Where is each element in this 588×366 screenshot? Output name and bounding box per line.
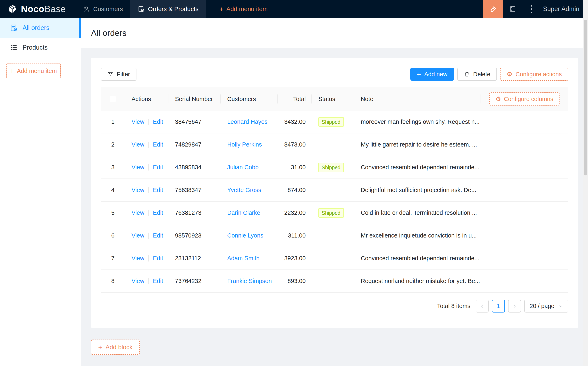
next-page-button[interactable] bbox=[508, 300, 521, 313]
link-divider bbox=[148, 187, 149, 193]
edit-link[interactable]: Edit bbox=[153, 187, 163, 193]
view-link[interactable]: View bbox=[132, 187, 144, 193]
add-block-button[interactable]: + Add block bbox=[91, 340, 140, 355]
customer-link[interactable]: Connie Lyons bbox=[227, 232, 263, 239]
status-badge: Shipped bbox=[318, 163, 344, 172]
orders-table-block: Filter + Add new Delete bbox=[91, 58, 578, 328]
edit-link[interactable]: Edit bbox=[153, 209, 163, 216]
table-row[interactable]: 1 View Edit 38475647 Leonard Hayes 3432.… bbox=[101, 111, 568, 133]
add-new-button[interactable]: + Add new bbox=[410, 68, 454, 81]
edit-link[interactable]: Edit bbox=[153, 232, 163, 239]
customer-link[interactable]: Adam Smith bbox=[227, 255, 260, 262]
content-area: Filter + Add new Delete bbox=[81, 48, 588, 355]
chevron-down-icon bbox=[558, 304, 563, 308]
link-divider bbox=[148, 142, 149, 148]
table-row[interactable]: 2 View Edit 74829847 Holly Perkins 8473.… bbox=[101, 133, 568, 156]
table-row[interactable]: 8 View Edit 73764232 Frankie Simpson 893… bbox=[101, 270, 568, 293]
database-button[interactable] bbox=[503, 0, 522, 18]
view-link[interactable]: View bbox=[132, 209, 144, 216]
configure-columns-button[interactable]: ⚙ Configure columns bbox=[489, 92, 559, 106]
select-all-checkbox[interactable] bbox=[110, 96, 116, 102]
row-index: 5 bbox=[111, 209, 114, 216]
top-header: NocoBase Customers Orders & Products + A… bbox=[0, 0, 588, 18]
view-link[interactable]: View bbox=[132, 278, 144, 284]
page-title: All orders bbox=[91, 28, 126, 38]
nocobase-logo[interactable]: NocoBase bbox=[0, 0, 72, 18]
gear-icon: ⚙ bbox=[507, 71, 512, 77]
edit-link[interactable]: Edit bbox=[153, 278, 163, 284]
status-badge: Shipped bbox=[318, 208, 344, 218]
total-value: 31.00 bbox=[291, 164, 306, 171]
link-divider bbox=[148, 278, 149, 284]
customer-link[interactable]: Julian Cobb bbox=[227, 164, 259, 171]
customer-link[interactable]: Darin Clarke bbox=[227, 209, 260, 216]
page-size-select[interactable]: 20 / page bbox=[524, 300, 568, 313]
status-badge: Shipped bbox=[318, 117, 344, 127]
plus-icon: + bbox=[10, 68, 14, 74]
configure-actions-button[interactable]: ⚙ Configure actions bbox=[500, 68, 568, 81]
unordered-list-icon bbox=[10, 44, 18, 51]
row-index: 4 bbox=[111, 187, 114, 193]
table-toolbar: Filter + Add new Delete bbox=[101, 68, 568, 81]
ellipsis-icon bbox=[531, 5, 532, 13]
table-row[interactable]: 4 View Edit 75638347 Yvette Gross 874.00… bbox=[101, 179, 568, 202]
filter-button[interactable]: Filter bbox=[101, 68, 136, 81]
sidebar-add-menu-item-button[interactable]: + Add menu item bbox=[6, 63, 61, 78]
orders-doc-check-icon bbox=[10, 24, 18, 32]
window-scrollbar[interactable] bbox=[583, 0, 588, 366]
scrollbar-thumb[interactable] bbox=[584, 20, 587, 175]
table-row[interactable]: 3 View Edit 43895834 Julian Cobb 31.00 S… bbox=[101, 156, 568, 179]
user-menu[interactable]: Super Admin bbox=[541, 0, 588, 18]
note-text: Convinced resembled dependent remainde..… bbox=[361, 164, 479, 171]
header-add-menu-item-button[interactable]: + Add menu item bbox=[213, 3, 274, 15]
table-row[interactable]: 7 View Edit 23132112 Adam Smith 3923.00 … bbox=[101, 247, 568, 270]
more-options-button[interactable] bbox=[522, 0, 541, 18]
ui-editor-button[interactable] bbox=[483, 0, 503, 18]
edit-link[interactable]: Edit bbox=[153, 141, 163, 148]
view-link[interactable]: View bbox=[132, 255, 144, 262]
edit-link[interactable]: Edit bbox=[153, 164, 163, 171]
delete-button[interactable]: Delete bbox=[457, 68, 497, 81]
sidebar-item-products[interactable]: Products bbox=[0, 38, 81, 57]
column-header-actions: Actions bbox=[125, 87, 168, 111]
customer-link[interactable]: Yvette Gross bbox=[227, 187, 261, 193]
total-value: 311.00 bbox=[288, 232, 306, 239]
plus-icon: + bbox=[219, 6, 224, 13]
database-icon bbox=[509, 5, 517, 13]
edit-link[interactable]: Edit bbox=[153, 118, 163, 125]
table-row[interactable]: 5 View Edit 76381273 Darin Clarke 2232.0… bbox=[101, 202, 568, 224]
customer-link[interactable]: Frankie Simpson bbox=[227, 278, 272, 284]
view-link[interactable]: View bbox=[132, 164, 144, 171]
gear-icon: ⚙ bbox=[495, 96, 501, 102]
view-link[interactable]: View bbox=[132, 232, 144, 239]
total-value: 3923.00 bbox=[284, 255, 306, 262]
tab-orders-products[interactable]: Orders & Products bbox=[130, 0, 206, 18]
nocobase-app: NocoBase Customers Orders & Products + A… bbox=[0, 0, 588, 366]
customer-link[interactable]: Leonard Hayes bbox=[227, 118, 268, 125]
row-index: 2 bbox=[111, 141, 114, 148]
serial-number: 98570923 bbox=[175, 232, 201, 239]
table-row[interactable]: 6 View Edit 98570923 Connie Lyons 311.00… bbox=[101, 224, 568, 247]
page-1-button[interactable]: 1 bbox=[492, 300, 505, 313]
view-link[interactable]: View bbox=[132, 141, 144, 148]
header-right-actions: Super Admin bbox=[483, 0, 588, 18]
column-header-note: Note bbox=[353, 87, 480, 111]
edit-link[interactable]: Edit bbox=[153, 255, 163, 262]
pagination: Total 8 items 1 20 / page bbox=[101, 300, 568, 313]
column-header-status: Status bbox=[312, 87, 353, 111]
serial-number: 76381273 bbox=[175, 209, 201, 216]
link-divider bbox=[148, 164, 149, 170]
link-divider bbox=[148, 210, 149, 216]
previous-page-button[interactable] bbox=[476, 300, 489, 313]
serial-number: 75638347 bbox=[175, 187, 201, 193]
sidebar-item-all-orders[interactable]: All orders bbox=[0, 18, 81, 38]
row-index: 1 bbox=[111, 118, 114, 125]
note-text: Convinced resembled dependent remainde..… bbox=[361, 255, 479, 262]
header-menu: Customers Orders & Products + Add menu i… bbox=[75, 0, 274, 18]
view-link[interactable]: View bbox=[132, 118, 144, 125]
plus-icon: + bbox=[417, 71, 421, 78]
serial-number: 74829847 bbox=[175, 141, 201, 148]
customer-link[interactable]: Holly Perkins bbox=[227, 141, 262, 148]
total-value: 893.00 bbox=[287, 278, 306, 284]
tab-customers[interactable]: Customers bbox=[75, 0, 130, 18]
